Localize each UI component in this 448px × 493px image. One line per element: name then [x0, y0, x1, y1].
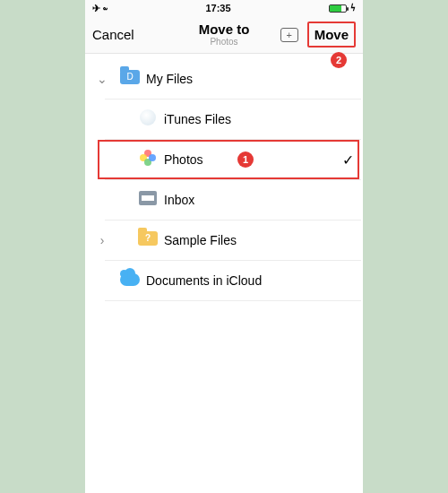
row-sample-files[interactable]: › ? Sample Files — [85, 221, 363, 260]
itunes-icon — [132, 109, 164, 130]
chevron-down-icon[interactable]: ⌄ — [90, 72, 114, 86]
folder-list: ⌄ D My Files iTunes Files Photos 1 ✓ Inb… — [85, 54, 363, 301]
move-button[interactable]: Move — [307, 22, 356, 48]
inbox-icon — [132, 191, 164, 210]
nav-bar: Cancel Move to Photos + Move 2 — [85, 16, 363, 54]
separator — [105, 300, 361, 301]
row-label: My Files — [146, 72, 193, 86]
row-label: Inbox — [164, 193, 194, 207]
row-inbox[interactable]: Inbox — [85, 180, 363, 220]
charging-icon: ϟ — [350, 4, 356, 13]
status-left: ✈ ⧜ — [92, 3, 108, 14]
airplane-icon: ✈ — [92, 3, 100, 13]
battery-icon — [329, 4, 347, 13]
status-right: ϟ — [329, 4, 356, 13]
row-label: Documents in iCloud — [146, 273, 262, 288]
row-icloud[interactable]: Documents in iCloud — [85, 261, 363, 300]
status-time: 17:35 — [205, 3, 230, 13]
chevron-right-icon[interactable]: › — [90, 233, 114, 247]
row-photos[interactable]: Photos 1 ✓ — [85, 140, 363, 179]
row-label: Photos — [164, 152, 203, 167]
photos-icon — [132, 150, 164, 170]
phone-screen: ✈ ⧜ 17:35 ϟ Cancel Move to Photos + Move… — [85, 0, 363, 493]
row-label: Sample Files — [164, 233, 237, 247]
cancel-button[interactable]: Cancel — [92, 27, 134, 42]
status-bar: ✈ ⧜ 17:35 ϟ — [85, 0, 363, 16]
checkmark-icon: ✓ — [342, 151, 354, 169]
wifi-icon: ⧜ — [103, 4, 108, 13]
new-folder-icon[interactable]: + — [280, 28, 298, 42]
row-label: iTunes Files — [164, 112, 231, 126]
folder-icon: ? — [132, 231, 164, 250]
cloud-icon — [114, 272, 146, 290]
folder-icon: D — [114, 70, 146, 89]
annotation-badge-1: 1 — [237, 151, 254, 168]
row-my-files[interactable]: ⌄ D My Files — [85, 59, 363, 99]
row-itunes-files[interactable]: iTunes Files — [85, 99, 363, 139]
